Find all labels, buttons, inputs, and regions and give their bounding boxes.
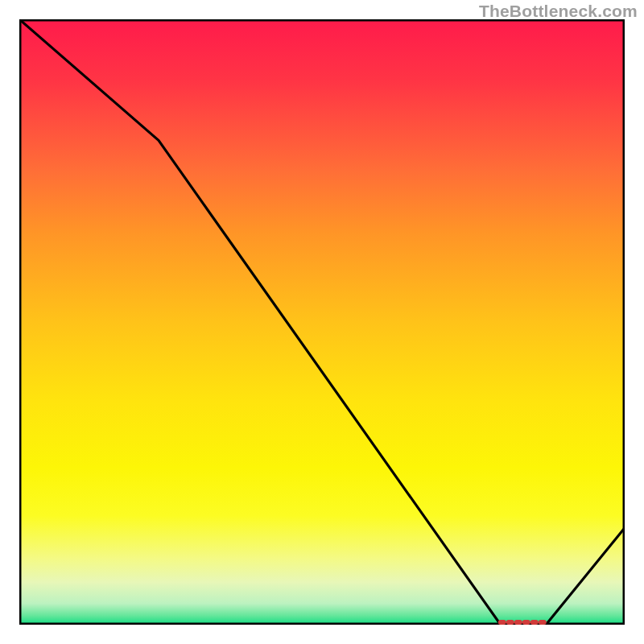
plot-area [19, 19, 625, 625]
chart-root: { "attribution": "TheBottleneck.com", "c… [0, 0, 644, 644]
attribution-text: TheBottleneck.com [479, 2, 638, 21]
gradient-background [19, 19, 625, 625]
